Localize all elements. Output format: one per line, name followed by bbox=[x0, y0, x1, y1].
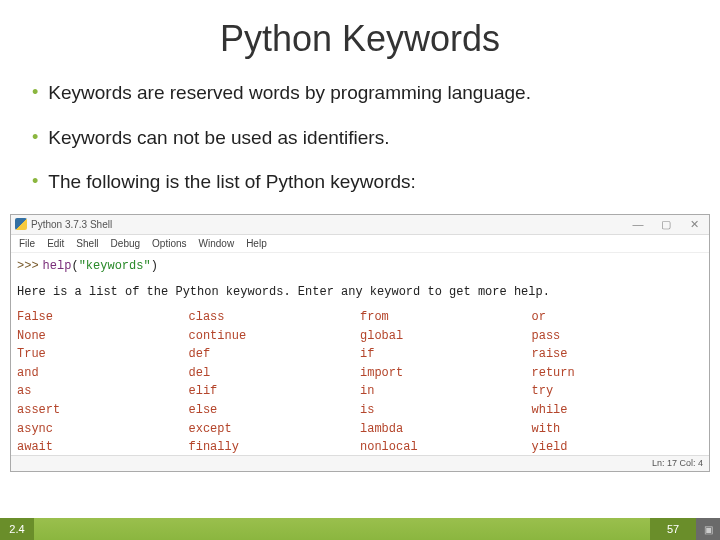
bullet-text: The following is the list of Python keyw… bbox=[48, 169, 416, 196]
keywords-column: fromglobalifimportinislambdanonlocalnot bbox=[360, 308, 532, 455]
keyword: def bbox=[189, 345, 361, 364]
keyword: raise bbox=[532, 345, 704, 364]
menu-help[interactable]: Help bbox=[240, 238, 273, 249]
keyword: None bbox=[17, 327, 189, 346]
bullet-marker-icon: • bbox=[32, 80, 38, 105]
call-expression: help("keywords") bbox=[43, 257, 158, 276]
python-shell-window: Python 3.7.3 Shell — ▢ ✕ File Edit Shell… bbox=[10, 214, 710, 472]
python-icon bbox=[15, 218, 27, 230]
keyword: False bbox=[17, 308, 189, 327]
paren-open: ( bbox=[71, 259, 78, 273]
keyword: continue bbox=[189, 327, 361, 346]
keyword: await bbox=[17, 438, 189, 455]
keywords-heading: Here is a list of the Python keywords. E… bbox=[17, 283, 703, 302]
keyword: elif bbox=[189, 382, 361, 401]
slide: Python Keywords • Keywords are reserved … bbox=[0, 0, 720, 540]
cursor-position: Ln: 17 Col: 4 bbox=[652, 458, 703, 468]
keyword: pass bbox=[532, 327, 704, 346]
window-title: Python 3.7.3 Shell bbox=[31, 219, 627, 230]
keyword: global bbox=[360, 327, 532, 346]
keyword: class bbox=[189, 308, 361, 327]
keyword: return bbox=[532, 364, 704, 383]
bullet-marker-icon: • bbox=[32, 125, 38, 150]
page-number: 57 bbox=[650, 518, 696, 540]
keyword: in bbox=[360, 382, 532, 401]
keyword: with bbox=[532, 420, 704, 439]
footer-badge-icon: ▣ bbox=[696, 518, 720, 540]
slide-title: Python Keywords bbox=[0, 0, 720, 70]
menu-shell[interactable]: Shell bbox=[70, 238, 104, 249]
close-button[interactable]: ✕ bbox=[683, 218, 705, 231]
footer-bar bbox=[34, 518, 650, 540]
keyword: async bbox=[17, 420, 189, 439]
bullet-text: Keywords are reserved words by programmi… bbox=[48, 80, 531, 107]
menu-options[interactable]: Options bbox=[146, 238, 192, 249]
section-number: 2.4 bbox=[0, 518, 34, 540]
keyword: del bbox=[189, 364, 361, 383]
bullet-item: • Keywords are reserved words by program… bbox=[32, 80, 688, 107]
keywords-column: orpassraisereturntrywhilewithyield bbox=[532, 308, 704, 455]
keyword: assert bbox=[17, 401, 189, 420]
keyword: as bbox=[17, 382, 189, 401]
prompt-line: >>> help("keywords") bbox=[17, 257, 703, 276]
slide-footer: 2.4 57 ▣ bbox=[0, 518, 720, 540]
keyword: import bbox=[360, 364, 532, 383]
bullet-item: • Keywords can not be used as identifier… bbox=[32, 125, 688, 152]
keyword: if bbox=[360, 345, 532, 364]
keyword: nonlocal bbox=[360, 438, 532, 455]
keyword: except bbox=[189, 420, 361, 439]
prompt-symbol: >>> bbox=[17, 257, 39, 276]
bullet-item: • The following is the list of Python ke… bbox=[32, 169, 688, 196]
keyword: while bbox=[532, 401, 704, 420]
menu-edit[interactable]: Edit bbox=[41, 238, 70, 249]
content-area: • Keywords are reserved words by program… bbox=[0, 70, 720, 196]
keyword: from bbox=[360, 308, 532, 327]
keywords-grid: FalseNoneTrueandasassertasyncawaitbreak … bbox=[17, 308, 703, 455]
keyword: lambda bbox=[360, 420, 532, 439]
menu-debug[interactable]: Debug bbox=[105, 238, 146, 249]
keyword: try bbox=[532, 382, 704, 401]
keywords-column: classcontinuedefdelelifelseexceptfinally… bbox=[189, 308, 361, 455]
menu-bar: File Edit Shell Debug Options Window Hel… bbox=[11, 235, 709, 253]
keyword: else bbox=[189, 401, 361, 420]
keyword: or bbox=[532, 308, 704, 327]
window-titlebar: Python 3.7.3 Shell — ▢ ✕ bbox=[11, 215, 709, 235]
status-bar: Ln: 17 Col: 4 bbox=[11, 455, 709, 471]
paren-close: ) bbox=[151, 259, 158, 273]
keywords-column: FalseNoneTrueandasassertasyncawaitbreak bbox=[17, 308, 189, 455]
menu-file[interactable]: File bbox=[13, 238, 41, 249]
bullet-marker-icon: • bbox=[32, 169, 38, 194]
keyword: True bbox=[17, 345, 189, 364]
menu-window[interactable]: Window bbox=[193, 238, 241, 249]
window-controls: — ▢ ✕ bbox=[627, 218, 705, 231]
keyword: finally bbox=[189, 438, 361, 455]
keyword: is bbox=[360, 401, 532, 420]
function-name: help bbox=[43, 259, 72, 273]
string-arg: "keywords" bbox=[79, 259, 151, 273]
keyword: yield bbox=[532, 438, 704, 455]
keyword: and bbox=[17, 364, 189, 383]
shell-output: >>> help("keywords") Here is a list of t… bbox=[11, 253, 709, 455]
bullet-text: Keywords can not be used as identifiers. bbox=[48, 125, 389, 152]
maximize-button[interactable]: ▢ bbox=[655, 218, 677, 231]
minimize-button[interactable]: — bbox=[627, 218, 649, 231]
